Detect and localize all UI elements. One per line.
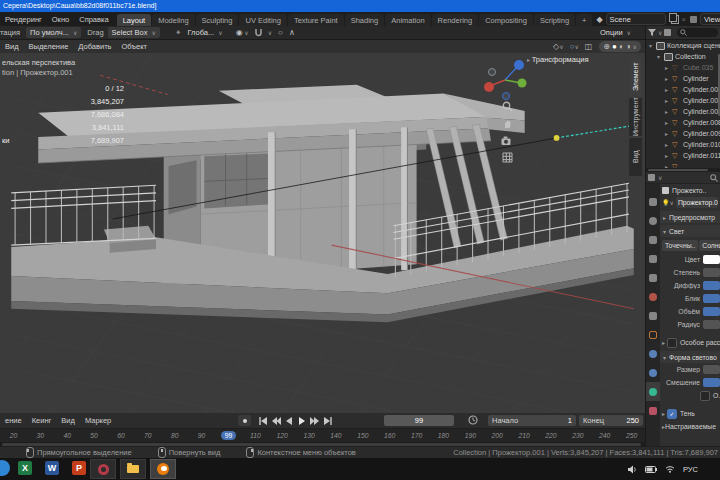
viewport-menu-item[interactable]: Добавить — [73, 42, 116, 51]
shading-caret-icon[interactable]: ∨ — [633, 43, 637, 50]
falloff-dropdown[interactable]: По умолч...∨ — [26, 27, 81, 38]
disclosure-triangle-icon[interactable] — [649, 42, 656, 49]
view-layer-selector[interactable]: View L — [700, 13, 720, 25]
properties-tab[interactable] — [646, 325, 660, 344]
filter-caret-icon[interactable]: ∨ — [658, 29, 662, 36]
copy-scene-icon[interactable] — [671, 15, 679, 24]
outliner-row[interactable] — [646, 161, 720, 168]
properties-tab[interactable] — [646, 306, 660, 325]
property-field[interactable] — [703, 281, 720, 290]
frame-tick[interactable]: 20 — [0, 432, 27, 439]
frame-tick[interactable]: 170 — [403, 432, 430, 439]
disclosure-triangle-icon[interactable] — [665, 64, 672, 71]
disclosure-triangle-icon[interactable] — [657, 53, 664, 60]
workspace-tab[interactable]: Layout — [117, 14, 152, 26]
viewport-menu-item[interactable]: Выделение — [24, 42, 74, 51]
speaker-icon[interactable] — [628, 465, 637, 474]
outliner-row[interactable]: Cube.035 — [646, 62, 720, 73]
frame-end-field[interactable]: Конец250 — [579, 415, 643, 426]
options-dropdown[interactable]: Опции∨ — [596, 27, 635, 38]
outliner-row[interactable]: Cylinder.003 — [646, 106, 720, 117]
frame-tick[interactable]: 150 — [349, 432, 376, 439]
property-field[interactable] — [703, 365, 720, 374]
falloff-curve-icon[interactable]: ∧ — [289, 28, 295, 37]
ortho-grid-icon[interactable] — [501, 149, 513, 166]
property-field[interactable] — [703, 255, 720, 264]
panel-spot-shape[interactable]: ▾ Форма светово — [660, 351, 720, 363]
frame-tick[interactable]: 230 — [564, 432, 591, 439]
property-field[interactable] — [703, 378, 720, 387]
snap-caret-icon[interactable]: ∨ — [268, 29, 272, 36]
search-icon[interactable] — [710, 174, 718, 182]
outliner-row[interactable]: Cylinder.011 — [646, 150, 720, 161]
properties-tab[interactable] — [646, 211, 660, 230]
shading-wireframe-icon[interactable]: ⊕ — [603, 42, 610, 51]
previous-keyframe-button[interactable] — [269, 415, 282, 426]
workspace-tab[interactable]: Modeling — [152, 14, 194, 26]
word-icon[interactable]: W — [45, 461, 59, 475]
panel-preview[interactable]: ▸ Предпросмотр — [660, 211, 720, 223]
properties-tab[interactable] — [646, 230, 660, 249]
properties-tab[interactable] — [646, 287, 660, 306]
light-type-button[interactable]: Солнце — [699, 240, 720, 251]
outliner-row[interactable]: Cylinder.009 — [646, 128, 720, 139]
frame-tick[interactable]: 220 — [538, 432, 565, 439]
opera-taskbar-button[interactable] — [90, 459, 116, 479]
frame-tick[interactable]: 30 — [27, 432, 54, 439]
viewport-3d[interactable]: ВидВыделениеДобавитьОбъект ◇∨ ○∨ ◫ ⊕ ● ◐… — [0, 40, 645, 413]
zoom-icon[interactable] — [501, 98, 513, 115]
show-cone-row[interactable]: О... — [660, 389, 720, 402]
custom-properties-row[interactable]: ▸ Настраиваемые — [660, 420, 720, 433]
shadow-checkbox[interactable]: ✓ — [667, 409, 677, 419]
viewport-menu-item[interactable]: Объект — [116, 42, 152, 51]
light-datablock[interactable]: 💡∨ Прожектор.00 — [660, 196, 720, 209]
camera-view-icon[interactable] — [501, 132, 513, 149]
timeline-menu-item[interactable]: Кеинг — [27, 416, 57, 425]
navigation-gizmo[interactable] — [478, 56, 532, 102]
outliner-row[interactable]: Cylinder.002 — [646, 95, 720, 106]
auto-keying-button[interactable] — [238, 415, 251, 426]
current-frame-field[interactable]: 99 — [384, 415, 454, 426]
keyboard-language[interactable]: РУС — [683, 465, 698, 474]
shadow-row[interactable]: ▸ ✓ Тень — [660, 407, 720, 420]
snap-magnet-icon[interactable] — [254, 28, 263, 37]
properties-tab[interactable] — [646, 268, 660, 287]
frame-tick[interactable]: 90 — [188, 432, 215, 439]
sidebar-tab[interactable]: Элемент — [629, 58, 642, 96]
play-reverse-button[interactable] — [282, 415, 295, 426]
npanel-collapsed-header[interactable]: ▸ Трансформация — [527, 55, 588, 64]
frame-tick[interactable]: 200 — [484, 432, 511, 439]
show-cone-checkbox[interactable] — [700, 391, 710, 401]
frame-tick[interactable]: 80 — [161, 432, 188, 439]
frame-tick[interactable]: 130 — [296, 432, 323, 439]
frame-tick[interactable]: 190 — [457, 432, 484, 439]
unlink-scene-icon[interactable]: × — [682, 15, 686, 24]
play-button[interactable] — [295, 415, 308, 426]
editor-type-icon[interactable] — [648, 174, 655, 181]
pivot-point-icon[interactable]: ◉ ∨ — [236, 28, 249, 37]
property-field[interactable] — [703, 294, 720, 303]
custom-distance-checkbox[interactable] — [667, 338, 677, 348]
timeline-ruler[interactable]: 2030405060708090991101201301401501601701… — [0, 428, 645, 442]
frame-start-field[interactable]: Начало1 — [488, 415, 576, 426]
outliner-row[interactable]: Cylinder.008 — [646, 117, 720, 128]
properties-tab[interactable] — [646, 401, 660, 420]
shading-material-icon[interactable]: ◐ — [619, 42, 624, 51]
frame-tick[interactable]: 240 — [591, 432, 618, 439]
menu-item[interactable]: Справка — [74, 15, 113, 24]
disclosure-triangle-icon[interactable] — [665, 75, 672, 82]
workspace-tab[interactable]: Scripting — [534, 14, 575, 26]
frame-tick[interactable]: 50 — [81, 432, 108, 439]
shading-rendered-icon[interactable]: ◑ — [626, 42, 631, 51]
disclosure-triangle-icon[interactable] — [665, 119, 672, 126]
frame-tick[interactable]: 140 — [323, 432, 350, 439]
properties-tab[interactable] — [646, 192, 660, 211]
sidebar-tab[interactable]: Вид — [629, 138, 642, 176]
frame-tick[interactable]: 40 — [54, 432, 81, 439]
next-keyframe-button[interactable] — [308, 415, 321, 426]
outliner-row[interactable]: Cylinder.001 — [646, 84, 720, 95]
disclosure-triangle-icon[interactable] — [665, 152, 672, 159]
workspace-tab[interactable]: UV Editing — [239, 14, 286, 26]
frame-tick[interactable]: 250 — [618, 432, 645, 439]
frame-tick[interactable]: 180 — [430, 432, 457, 439]
